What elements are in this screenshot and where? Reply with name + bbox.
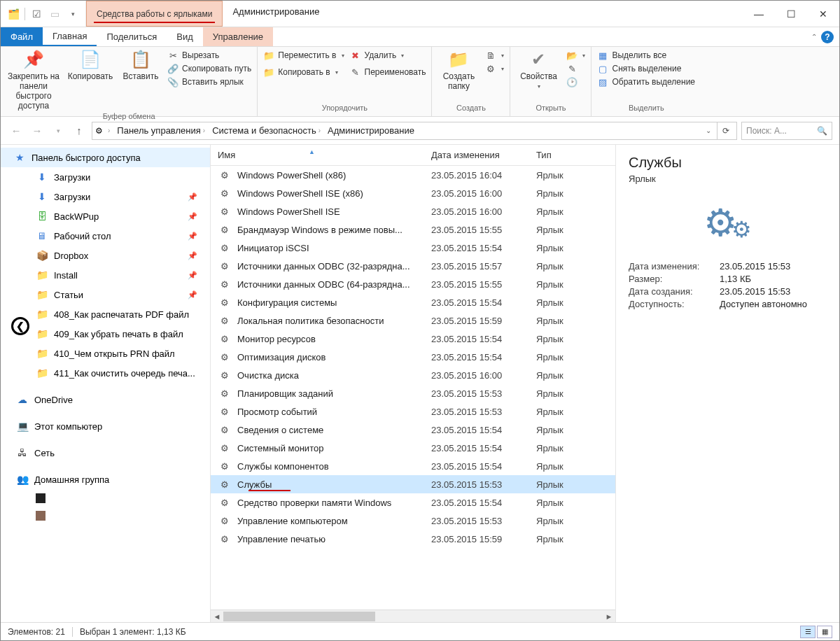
nav-408[interactable]: 📁408_Как распечатать PDF файл bbox=[1, 304, 210, 324]
qat-properties-icon[interactable]: ☑ bbox=[29, 7, 43, 21]
collapse-ribbon-icon[interactable]: ⌃ bbox=[811, 33, 817, 41]
address-bar[interactable]: ⚙ › Панель управления› Система и безопас… bbox=[92, 122, 737, 140]
tab-file[interactable]: Файл bbox=[1, 27, 43, 46]
file-row[interactable]: ⚙Windows PowerShell (x86)23.05.2015 16:0… bbox=[211, 166, 615, 184]
view-icons-button[interactable]: ▦ bbox=[817, 626, 832, 638]
nav-409[interactable]: 📁409_Как убрать печать в файл bbox=[1, 324, 210, 344]
nav-install[interactable]: 📁Install📌 bbox=[1, 265, 210, 285]
copy-to-button[interactable]: 📁Копировать в▾ bbox=[263, 66, 344, 78]
new-item-button[interactable]: 🗎▾ bbox=[485, 50, 504, 61]
nav-410[interactable]: 📁410_Чем открыть PRN файл bbox=[1, 344, 210, 363]
file-row[interactable]: ⚙Управление печатью23.05.2015 15:59Ярлык bbox=[211, 530, 615, 548]
nav-onedrive[interactable]: ☁OneDrive bbox=[1, 390, 210, 409]
paste-shortcut-button[interactable]: 📎Вставить ярлык bbox=[167, 76, 251, 87]
file-row[interactable]: ⚙Инициатор iSCSI23.05.2015 15:54Ярлык bbox=[211, 239, 615, 257]
file-row[interactable]: ⚙Windows PowerShell ISE23.05.2015 16:00Я… bbox=[211, 202, 615, 220]
nav-homegroup[interactable]: 👥Домашняя группа bbox=[1, 470, 210, 489]
view-details-button[interactable]: ☰ bbox=[800, 626, 816, 638]
easy-access-button[interactable]: ⚙▾ bbox=[485, 63, 504, 74]
file-row[interactable]: ⚙Брандмауэр Windows в режиме повы...23.0… bbox=[211, 220, 615, 239]
nav-backwpup[interactable]: 🗄BackWPup📌 bbox=[1, 206, 210, 226]
delete-button[interactable]: ✖Удалить▾ bbox=[350, 50, 426, 61]
forward-button[interactable]: → bbox=[29, 122, 46, 139]
navigation-pane: ★Панель быстрого доступа ⬇Загрузки ⬇Загр… bbox=[1, 145, 211, 622]
nav-dropbox[interactable]: 📦Dropbox📌 bbox=[1, 246, 210, 265]
header-name[interactable]: Имя▲ bbox=[218, 150, 431, 160]
nav-quick-access[interactable]: ★Панель быстрого доступа bbox=[1, 148, 210, 167]
nav-downloads-2[interactable]: ⬇Загрузки📌 bbox=[1, 187, 210, 206]
search-input[interactable]: Поиск: А... 🔍 bbox=[741, 122, 832, 140]
file-row[interactable]: ⚙Службы23.05.2015 15:53Ярлык bbox=[211, 475, 615, 493]
minimize-button[interactable]: — bbox=[743, 1, 775, 27]
file-row[interactable]: ⚙Источники данных ODBC (64-разрядна...23… bbox=[211, 275, 615, 293]
copy-path-button[interactable]: 🔗Скопировать путь bbox=[167, 63, 251, 74]
file-row[interactable]: ⚙Службы компонентов23.05.2015 15:54Ярлык bbox=[211, 457, 615, 475]
crumb-control-panel[interactable]: Панель управления› bbox=[115, 124, 207, 137]
file-row[interactable]: ⚙Просмотр событий23.05.2015 15:53Ярлык bbox=[211, 402, 615, 421]
pin-button[interactable]: 📌Закрепить на панели быстрого доступа bbox=[6, 50, 61, 111]
invert-selection-button[interactable]: ▨Обратить выделение bbox=[597, 76, 695, 87]
nav-411[interactable]: 📁411_Как очистить очередь печа... bbox=[1, 363, 210, 383]
file-date: 23.05.2015 15:54 bbox=[431, 498, 536, 508]
open-button[interactable]: 📂▾ bbox=[566, 50, 585, 61]
header-type[interactable]: Тип bbox=[536, 150, 592, 160]
tab-share[interactable]: Поделиться bbox=[97, 27, 167, 46]
maximize-button[interactable]: ☐ bbox=[775, 1, 807, 27]
qat-newfolder-icon[interactable]: ▭ bbox=[48, 7, 62, 21]
back-button[interactable]: ← bbox=[8, 122, 24, 139]
properties-button[interactable]: ✔Свойства▾ bbox=[516, 50, 561, 90]
file-row[interactable]: ⚙Локальная политика безопасности23.05.20… bbox=[211, 311, 615, 330]
copy-button[interactable]: 📄Копировать bbox=[66, 50, 114, 81]
nav-downloads-1[interactable]: ⬇Загрузки bbox=[1, 167, 210, 187]
file-date: 23.05.2015 15:54 bbox=[431, 334, 536, 344]
new-folder-button[interactable]: 📁Создать папку bbox=[438, 50, 479, 91]
shortcut-icon: ⚙ bbox=[218, 296, 232, 309]
file-name: Конфигурация системы bbox=[237, 297, 431, 308]
file-name: Планировщик заданий bbox=[237, 388, 431, 399]
nav-network[interactable]: 🖧Сеть bbox=[1, 443, 210, 463]
address-row: ← → ▾ ↑ ⚙ › Панель управления› Система и… bbox=[1, 117, 839, 145]
refresh-button[interactable]: ⟳ bbox=[717, 122, 734, 139]
tab-manage[interactable]: Управление bbox=[203, 27, 273, 46]
crumb-administration[interactable]: Администрирование bbox=[326, 124, 416, 137]
file-row[interactable]: ⚙Windows PowerShell ISE (x86)23.05.2015 … bbox=[211, 184, 615, 202]
shortcut-icon: ⚙ bbox=[218, 241, 232, 254]
file-row[interactable]: ⚙Системный монитор23.05.2015 15:54Ярлык bbox=[211, 439, 615, 457]
close-button[interactable]: ✕ bbox=[807, 1, 839, 27]
help-icon[interactable]: ? bbox=[821, 31, 834, 43]
tab-view[interactable]: Вид bbox=[167, 27, 203, 46]
edit-button[interactable]: ✎ bbox=[566, 63, 585, 74]
file-row[interactable]: ⚙Очистка диска23.05.2015 16:00Ярлык bbox=[211, 366, 615, 384]
nav-articles[interactable]: 📁Статьи📌 bbox=[1, 285, 210, 304]
file-row[interactable]: ⚙Сведения о системе23.05.2015 15:54Ярлык bbox=[211, 421, 615, 439]
file-row[interactable]: ⚙Конфигурация системы23.05.2015 15:54Ярл… bbox=[211, 293, 615, 311]
cut-button[interactable]: ✂Вырезать bbox=[167, 50, 251, 61]
recent-dropdown[interactable]: ▾ bbox=[50, 122, 66, 139]
nav-desktop[interactable]: 🖥Рабочий стол📌 bbox=[1, 226, 210, 246]
nav-hg-user2[interactable] bbox=[1, 507, 210, 524]
header-date[interactable]: Дата изменения bbox=[431, 150, 536, 160]
paste-button[interactable]: 📋Вставить bbox=[120, 50, 162, 81]
qat-dropdown-icon[interactable]: ▾ bbox=[66, 7, 80, 21]
history-button[interactable]: 🕑 bbox=[566, 76, 585, 87]
address-dropdown-icon[interactable]: ⌄ bbox=[706, 127, 711, 134]
select-none-button[interactable]: ▢Снять выделение bbox=[597, 63, 695, 74]
nav-this-pc[interactable]: 💻Этот компьютер bbox=[1, 416, 210, 436]
file-row[interactable]: ⚙Средство проверки памяти Windows23.05.2… bbox=[211, 493, 615, 512]
group-open-label: Открыть bbox=[516, 102, 585, 113]
rename-button[interactable]: ✎Переименовать bbox=[350, 66, 426, 78]
nav-hg-user1[interactable] bbox=[1, 489, 210, 507]
file-row[interactable]: ⚙Оптимизация дисков23.05.2015 15:54Ярлык bbox=[211, 348, 615, 366]
file-row[interactable]: ⚙Источники данных ODBC (32-разрядна...23… bbox=[211, 257, 615, 275]
crumb-system-security[interactable]: Система и безопасность› bbox=[210, 124, 323, 137]
tab-home[interactable]: Главная bbox=[43, 27, 97, 46]
horizontal-scrollbar[interactable]: ◄► bbox=[211, 610, 615, 622]
file-row[interactable]: ⚙Монитор ресурсов23.05.2015 15:54Ярлык bbox=[211, 330, 615, 348]
select-all-button[interactable]: ▦Выделить все bbox=[597, 50, 695, 61]
file-row[interactable]: ⚙Управление компьютером23.05.2015 15:53Я… bbox=[211, 512, 615, 530]
file-name: Источники данных ODBC (64-разрядна... bbox=[237, 279, 431, 290]
up-button[interactable]: ↑ bbox=[71, 122, 88, 139]
move-to-button[interactable]: 📁Переместить в▾ bbox=[263, 50, 344, 61]
file-name: Монитор ресурсов bbox=[237, 334, 431, 344]
file-row[interactable]: ⚙Планировщик заданий23.05.2015 15:53Ярлы… bbox=[211, 384, 615, 402]
